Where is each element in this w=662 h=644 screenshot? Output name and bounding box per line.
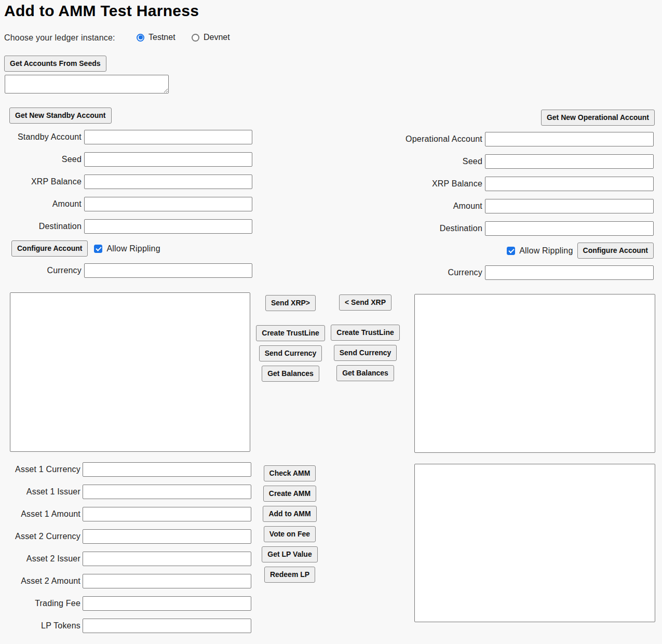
operational-allow-rippling-label: Allow Rippling [519,246,573,256]
ledger-testnet-option[interactable]: Testnet [137,33,175,42]
standby-destination-input[interactable] [84,219,252,234]
operational-get-balances-button[interactable]: Get Balances [336,365,394,381]
standby-seed-row: Seed [0,152,252,167]
operational-results-area[interactable] [414,294,655,453]
amm-results-area[interactable] [414,464,655,622]
standby-seed-input[interactable] [84,152,252,167]
operational-amount-row: Amount [329,199,654,213]
standby-destination-row: Destination [0,219,252,234]
standby-destination-label: Destination [0,222,82,231]
operational-configure-account-button[interactable]: Configure Account [577,243,654,259]
asset1-currency-row: Asset 1 Currency [0,462,251,477]
operational-account-label: Operational Account [329,135,482,144]
asset2-issuer-input[interactable] [83,552,251,566]
standby-currency-label: Currency [0,266,82,275]
asset1-issuer-row: Asset 1 Issuer [0,485,251,499]
ledger-devnet-option[interactable]: Devnet [192,33,230,42]
ledger-testnet-radio[interactable] [137,34,144,42]
asset1-issuer-label: Asset 1 Issuer [0,487,80,497]
trading-fee-row: Trading Fee [0,596,251,611]
operational-amount-label: Amount [329,202,482,211]
standby-xrp-balance-row: XRP Balance [0,175,252,189]
operational-currency-input[interactable] [485,265,654,280]
operational-amount-input[interactable] [485,199,654,213]
operational-seed-input[interactable] [485,154,654,169]
standby-actions-column: Send XRP> Create TrustLine Send Currency… [258,292,323,382]
operational-create-trustline-button[interactable]: Create TrustLine [331,325,399,341]
operational-allow-rippling-checkbox[interactable] [507,247,515,255]
get-accounts-from-seeds-button[interactable]: Get Accounts From Seeds [4,56,106,72]
check-amm-button[interactable]: Check AMM [264,465,316,481]
operational-account-input[interactable] [485,132,654,146]
create-amm-button[interactable]: Create AMM [263,486,316,502]
add-to-amm-button[interactable]: Add to AMM [263,506,316,522]
asset1-amount-row: Asset 1 Amount [0,507,251,521]
operational-xrp-balance-row: XRP Balance [329,177,654,191]
asset1-currency-label: Asset 1 Currency [0,465,80,474]
standby-get-balances-button[interactable]: Get Balances [262,366,319,382]
standby-allow-rippling-checkbox[interactable] [94,245,102,253]
lp-tokens-label: LP Tokens [0,621,80,630]
standby-account-row: Standby Account [0,130,252,144]
operational-account-row: Operational Account [329,132,654,146]
operational-currency-label: Currency [329,268,482,277]
operational-send-currency-button[interactable]: Send Currency [334,345,397,361]
asset2-currency-input[interactable] [83,529,251,544]
asset2-amount-row: Asset 2 Amount [0,574,251,588]
operational-xrp-balance-label: XRP Balance [329,179,482,189]
operational-currency-row: Currency [329,265,654,280]
ledger-instance-label: Choose your ledger instance: [4,33,115,43]
trading-fee-input[interactable] [83,596,251,611]
redeem-lp-button[interactable]: Redeem LP [264,567,315,583]
operational-destination-input[interactable] [485,221,654,236]
ledger-testnet-label: Testnet [148,33,175,42]
amm-actions-column: Check AMM Create AMM Add to AMM Vote on … [259,462,321,583]
asset1-amount-label: Asset 1 Amount [0,509,80,519]
operational-configure-row: Allow Rippling Configure Account [507,243,654,259]
lp-tokens-row: LP Tokens [0,619,251,633]
operational-actions-column: < Send XRP Create TrustLine Send Currenc… [333,292,398,381]
get-lp-value-button[interactable]: Get LP Value [262,546,317,562]
standby-currency-row: Currency [0,263,252,278]
standby-results-area[interactable] [10,292,250,452]
standby-account-label: Standby Account [0,132,82,142]
standby-currency-input[interactable] [84,263,252,278]
asset2-amount-input[interactable] [83,574,251,588]
ledger-devnet-label: Devnet [204,33,230,42]
standby-configure-account-button[interactable]: Configure Account [11,240,88,257]
vote-on-fee-button[interactable]: Vote on Fee [264,526,316,542]
operational-seed-row: Seed [329,154,654,169]
operational-destination-row: Destination [329,221,654,236]
operational-xrp-balance-input[interactable] [485,177,654,191]
asset1-currency-input[interactable] [83,462,251,477]
asset2-currency-label: Asset 2 Currency [0,532,80,541]
asset1-amount-input[interactable] [83,507,251,521]
send-xrp-to-operational-button[interactable]: Send XRP> [265,295,316,311]
asset2-issuer-row: Asset 2 Issuer [0,552,251,566]
asset1-issuer-input[interactable] [83,485,251,499]
standby-create-trustline-button[interactable]: Create TrustLine [256,325,325,341]
ledger-devnet-radio[interactable] [192,34,199,42]
standby-xrp-balance-input[interactable] [84,175,252,189]
asset2-amount-label: Asset 2 Amount [0,576,80,586]
standby-amount-input[interactable] [84,197,252,211]
asset2-issuer-label: Asset 2 Issuer [0,554,80,564]
lp-tokens-input[interactable] [83,619,251,633]
standby-seed-label: Seed [0,155,82,164]
standby-send-currency-button[interactable]: Send Currency [259,345,322,361]
operational-destination-label: Destination [329,224,482,233]
send-xrp-to-standby-button[interactable]: < Send XRP [339,294,391,311]
get-new-operational-account-button[interactable]: Get New Operational Account [541,110,655,126]
page-title: Add to AMM Test Harness [4,2,199,20]
standby-amount-label: Amount [0,199,82,209]
standby-account-input[interactable] [84,130,252,144]
standby-xrp-balance-label: XRP Balance [0,177,82,186]
standby-allow-rippling-label: Allow Rippling [106,244,160,253]
trading-fee-label: Trading Fee [0,599,80,608]
asset2-currency-row: Asset 2 Currency [0,529,251,544]
standby-configure-row: Configure Account Allow Rippling [11,240,160,257]
get-new-standby-account-button[interactable]: Get New Standby Account [9,108,112,124]
operational-seed-label: Seed [329,157,482,166]
seeds-textarea[interactable] [5,75,169,93]
standby-amount-row: Amount [0,197,252,211]
